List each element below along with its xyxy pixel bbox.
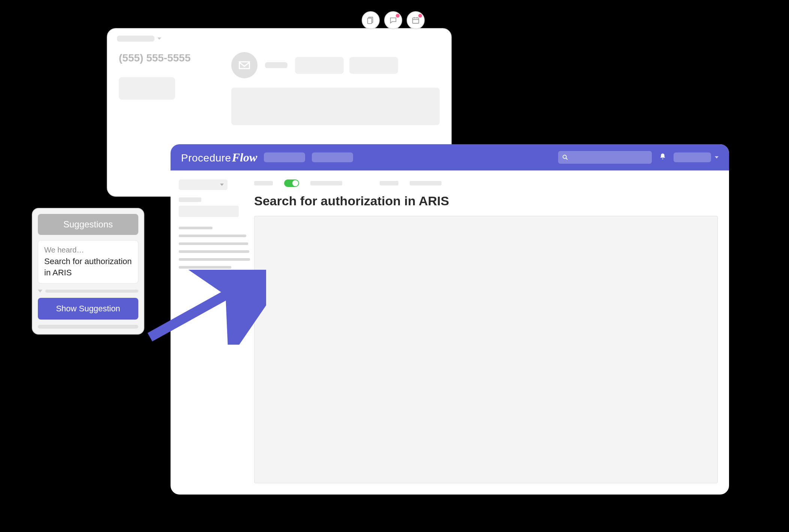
- suggestions-panel: Suggestions We heard… Search for authori…: [32, 208, 144, 335]
- page-title: Search for authorization in ARIS: [254, 194, 718, 208]
- chevron-down-icon: [220, 184, 224, 186]
- placeholder: [295, 57, 344, 74]
- show-suggestion-button[interactable]: Show Suggestion: [38, 298, 138, 320]
- documents-icon[interactable]: [362, 11, 380, 29]
- placeholder: [410, 181, 442, 185]
- procedureflow-logo: ProcedureFlow: [181, 151, 257, 164]
- logo-word-2: Flow: [232, 151, 258, 164]
- flow-canvas[interactable]: [254, 216, 718, 483]
- logo-word-1: Procedure: [181, 152, 231, 164]
- pf-main: Search for authorization in ARIS: [251, 170, 729, 495]
- placeholder: [179, 266, 231, 269]
- placeholder: [231, 88, 440, 125]
- search-input[interactable]: [558, 151, 652, 164]
- procedureflow-window: ProcedureFlow: [171, 144, 729, 495]
- bell-icon: [659, 152, 667, 161]
- pf-sidebar: [171, 170, 251, 495]
- pf-toolbar: [254, 179, 718, 187]
- collapsed-suggestion: [38, 290, 138, 293]
- chat-icon[interactable]: [384, 11, 402, 29]
- placeholder: [310, 181, 342, 185]
- placeholder: [179, 197, 201, 202]
- nav-item[interactable]: [264, 152, 305, 162]
- placeholder: [179, 258, 250, 261]
- nav-item[interactable]: [312, 152, 353, 162]
- toggle-switch[interactable]: [284, 179, 299, 187]
- phone-number: (555) 555-5555: [119, 52, 216, 64]
- sidebar-select[interactable]: [179, 179, 228, 190]
- notification-dot-icon: [396, 14, 400, 18]
- placeholder: [254, 181, 273, 185]
- svg-rect-1: [368, 18, 372, 24]
- suggestions-header: Suggestions: [38, 214, 138, 235]
- crm-topbar: [108, 29, 451, 48]
- suggestion-card: We heard… Search for authorization in AR…: [38, 240, 138, 284]
- placeholder: [117, 36, 154, 42]
- we-heard-label: We heard…: [44, 246, 132, 254]
- notifications-button[interactable]: [659, 152, 667, 162]
- placeholder: [179, 206, 239, 217]
- svg-point-6: [563, 155, 566, 158]
- placeholder: [45, 290, 138, 293]
- placeholder: [265, 62, 287, 68]
- mail-avatar-icon: [231, 52, 258, 78]
- suggestion-text: Search for authorization in ARIS: [44, 256, 132, 278]
- placeholder: [179, 235, 246, 237]
- placeholder: [380, 181, 398, 185]
- svg-line-7: [566, 158, 567, 160]
- pf-topbar: ProcedureFlow: [171, 144, 729, 170]
- chevron-down-icon: [715, 156, 719, 158]
- crm-header-icons: [362, 11, 425, 29]
- svg-rect-2: [413, 18, 419, 24]
- chevron-down-icon: [157, 37, 161, 40]
- calendar-icon[interactable]: [407, 11, 425, 29]
- placeholder: [119, 77, 175, 100]
- placeholder: [674, 152, 711, 162]
- placeholder: [179, 227, 213, 229]
- placeholder: [179, 250, 249, 253]
- placeholder: [179, 242, 248, 245]
- search-icon: [562, 154, 569, 161]
- notification-dot-icon: [418, 14, 422, 18]
- user-menu[interactable]: [674, 152, 719, 162]
- chevron-down-icon: [38, 290, 42, 293]
- placeholder: [349, 57, 398, 74]
- placeholder: [38, 325, 138, 329]
